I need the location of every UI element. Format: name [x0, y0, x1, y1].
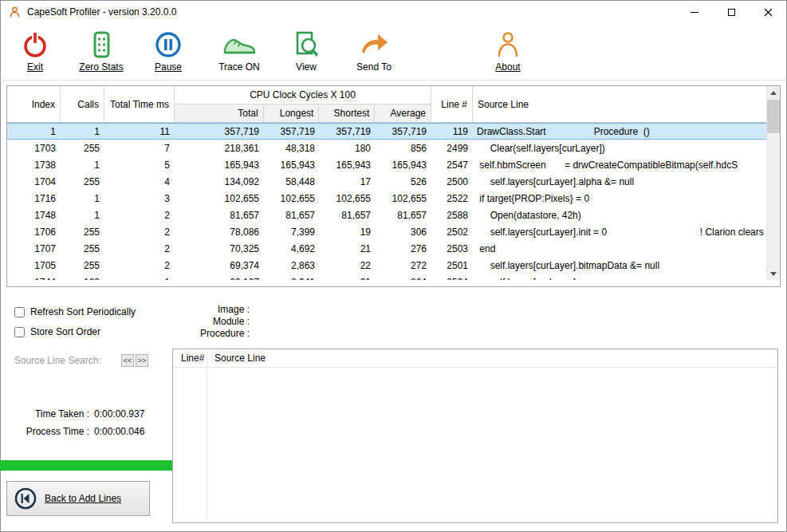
cell-line: 2500 [431, 176, 473, 187]
store-sort-checkbox[interactable] [14, 327, 25, 337]
cell-shortest: 102,655 [320, 193, 376, 204]
column-header-average[interactable]: Average [375, 104, 431, 122]
grid-body: 1111357,719357,719357,719357,719119DrawC… [7, 123, 766, 280]
procedure-label: Procedure : [179, 328, 250, 340]
cell-longest: 165,943 [264, 160, 320, 171]
column-header-source[interactable]: Source Line [473, 86, 766, 122]
source-line-search-label: Source Line Search: [14, 355, 101, 366]
cell-time: 2 [104, 243, 175, 254]
toolbar-about-button[interactable]: About [474, 26, 541, 77]
cpu-cycles-group-title: CPU Clock Cycles X 100 [175, 86, 431, 104]
cell-index: 1703 [7, 143, 61, 154]
zero-stats-icon [68, 26, 135, 59]
cell-calls: 255 [61, 243, 104, 254]
column-header-total[interactable]: Total [175, 104, 264, 122]
minimize-button[interactable] [676, 1, 713, 24]
cell-total: 218,361 [175, 143, 264, 154]
toolbar-pause-button[interactable]: Pause [135, 26, 202, 77]
table-row[interactable]: 171613102,655102,655102,655102,6552522 i… [7, 190, 766, 207]
cell-line: 2499 [431, 143, 473, 154]
titlebar: CapeSoft Profiler - version 3.20.0.0 [0, 0, 787, 24]
cell-calls: 1 [61, 193, 104, 204]
cell-total: 78,086 [175, 227, 264, 238]
panel-column-divider [207, 349, 207, 522]
cell-shortest: 22 [320, 260, 376, 271]
cell-index: 1706 [7, 227, 61, 238]
cell-source: if target{PROP:Pixels} = 0 [473, 193, 766, 204]
cell-average: 856 [376, 143, 431, 154]
cell-time: 2 [104, 210, 175, 221]
toolbar-zero-stats-button[interactable]: Zero Stats [68, 26, 135, 77]
scroll-up-button[interactable] [767, 86, 780, 99]
cell-index: 1748 [7, 210, 61, 221]
vertical-scrollbar[interactable] [766, 86, 780, 280]
cell-source: end [473, 243, 766, 254]
toolbar-trace-label: Trace ON [218, 61, 260, 73]
back-to-add-lines-button[interactable]: Back to Add Lines [6, 481, 150, 516]
maximize-button[interactable] [713, 1, 750, 24]
table-row[interactable]: 17481281,65781,65781,65781,6572588 Open(… [7, 207, 766, 223]
cell-source: self.layers[curLayer].bitmapData &= null [473, 260, 766, 271]
cell-total: 81,657 [175, 210, 264, 221]
toolbar-view-button[interactable]: View [273, 26, 340, 77]
send-to-arrow-icon [340, 26, 407, 59]
close-icon [764, 8, 773, 17]
toolbar-view-label: View [296, 61, 317, 73]
cell-average: 526 [376, 176, 431, 187]
refresh-sort-checkbox[interactable] [14, 307, 25, 317]
close-button[interactable] [750, 1, 786, 24]
app-icon[interactable] [8, 6, 21, 18]
cpu-cycles-group-header: CPU Clock Cycles X 100 Total Longest Sho… [175, 86, 431, 122]
cell-line: 2501 [431, 260, 473, 271]
cell-total: 357,719 [175, 126, 264, 137]
horizontal-scroll-area[interactable] [7, 280, 766, 286]
toolbar-send-to-button[interactable]: Send To [340, 26, 407, 77]
window-title: CapeSoft Profiler - version 3.20.0.0 [27, 6, 176, 18]
table-row[interactable]: 1744100160,1072,941212642504 self.layers… [7, 274, 766, 280]
table-row[interactable]: 17042554134,09258,448175262500 self.laye… [7, 173, 766, 190]
cell-longest: 7,399 [264, 227, 320, 238]
column-header-index[interactable]: Index [7, 86, 61, 122]
scroll-down-button[interactable] [767, 267, 780, 280]
toolbar-pause-label: Pause [155, 61, 182, 73]
time-taken-row: Time Taken : 0:00:00.937 [0, 405, 174, 423]
toolbar-exit-button[interactable]: Exit [2, 26, 69, 77]
cell-line: 2522 [431, 193, 473, 204]
cell-calls: 255 [61, 227, 104, 238]
column-header-total-time[interactable]: Total Time ms [104, 86, 175, 122]
cell-shortest: 21 [320, 243, 376, 254]
search-next-button[interactable]: >> [136, 354, 148, 367]
toolbar-trace-button[interactable]: Trace ON [206, 26, 273, 77]
back-circle-icon [14, 487, 37, 510]
toolbar-about-label: About [495, 61, 520, 73]
search-prev-button[interactable]: << [121, 354, 134, 367]
scrollbar-thumb[interactable] [767, 100, 780, 133]
table-row[interactable]: 1111357,719357,719357,719357,719119DrawC… [7, 123, 766, 140]
panel-header: Line# Source Line [173, 349, 777, 368]
table-row[interactable]: 1705255269,3742,863222722501 self.layers… [7, 257, 766, 274]
table-row[interactable]: 1706255278,0867,399193062502 self.layers… [7, 223, 766, 240]
column-header-line[interactable]: Line # [431, 86, 473, 122]
column-header-calls[interactable]: Calls [61, 86, 104, 122]
table-row[interactable]: 173815165,943165,943165,943165,9432547 s… [7, 156, 766, 173]
pause-icon [135, 26, 202, 59]
exit-power-icon [2, 26, 69, 59]
column-header-shortest[interactable]: Shortest [319, 104, 375, 122]
table-row[interactable]: 1707255270,3254,692212762503 end [7, 240, 766, 257]
cell-longest: 2,863 [264, 260, 320, 271]
refresh-sort-label: Refresh Sort Periodically [30, 306, 136, 317]
table-row[interactable]: 17032557218,36148,3181808562499 Clear(se… [7, 140, 766, 156]
toolbar-exit-label: Exit [27, 61, 43, 73]
cell-index: 1716 [7, 193, 61, 204]
cell-line: 2547 [431, 160, 473, 171]
cell-shortest: 165,943 [320, 160, 376, 171]
scroll-down-icon [770, 272, 777, 276]
column-header-longest[interactable]: Longest [264, 104, 320, 122]
cell-time: 5 [104, 160, 175, 171]
minimize-icon [691, 12, 698, 13]
time-taken-value: 0:00:00.937 [94, 408, 144, 420]
progress-bar [0, 460, 173, 471]
cell-calls: 255 [61, 260, 104, 271]
cell-time: 11 [104, 126, 175, 137]
profiler-table: Index Calls Total Time ms CPU Clock Cycl… [6, 85, 781, 287]
